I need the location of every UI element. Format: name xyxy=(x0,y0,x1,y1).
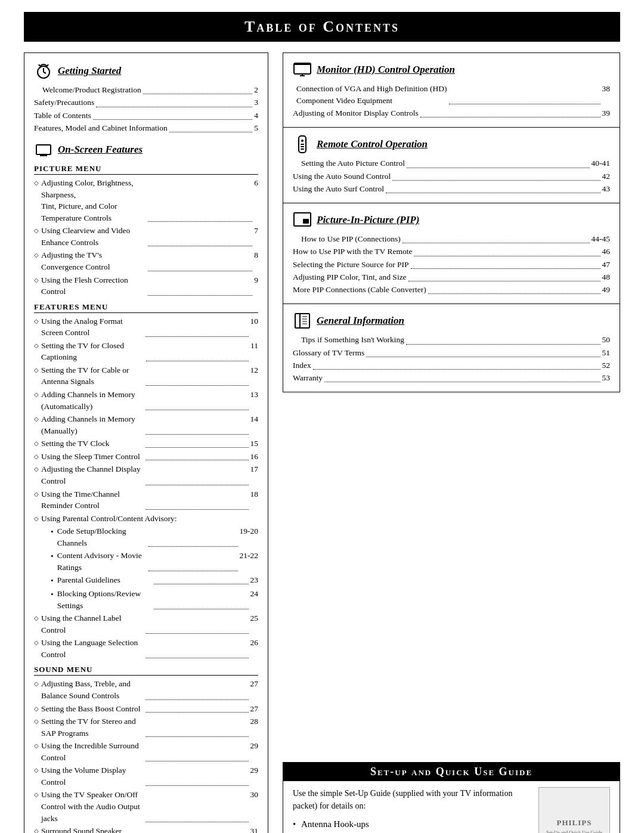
diamond-icon: ◇ xyxy=(34,439,39,448)
toc-entry: Welcome/Product Registration 2 xyxy=(34,84,258,96)
entry-text: Safety/Precautions xyxy=(34,97,94,109)
page-header: Table of Contents xyxy=(24,12,620,42)
philips-subtitle: Set-Up and Quick Use Guide xyxy=(546,830,602,833)
item-text: Using the TV Speaker On/Off Control with… xyxy=(41,789,144,824)
page-num: 39 xyxy=(602,107,611,119)
dots xyxy=(145,716,248,737)
page-num: 18 xyxy=(250,488,259,512)
dots xyxy=(145,364,248,386)
monitor-hd-title: Monitor (HD) Control Operation xyxy=(317,64,455,76)
main-content: Getting Started Welcome/Product Registra… xyxy=(24,52,620,833)
page-num: 6 xyxy=(254,177,258,224)
dots xyxy=(145,789,248,822)
list-item: ◇ Adding Channels in Memory (Manually) 1… xyxy=(34,413,258,436)
toc-entry: Index 52 xyxy=(293,360,610,371)
item-text: Adjusting the TV's Convergence Control xyxy=(41,249,146,272)
monitor-hd-title-row: Monitor (HD) Control Operation xyxy=(293,60,610,79)
pip-title-row: Picture-In-Picture (PIP) xyxy=(293,210,610,230)
list-item: ◇ Setting the TV for Closed Captioning 1… xyxy=(34,340,258,363)
toc-entry: More PIP Connections (Cable Converter) 4… xyxy=(293,284,610,296)
item-content: Setting the Bass Boost Control 27 xyxy=(41,703,258,715)
philips-logo: PHILIPS xyxy=(546,818,602,828)
item-content: Setting the TV for Cable or Antenna Sign… xyxy=(41,364,258,388)
diamond-icon: ◇ xyxy=(34,705,39,714)
page-num: 42 xyxy=(602,171,611,182)
dots xyxy=(386,183,600,193)
diamond-icon: ◇ xyxy=(34,742,39,751)
dots xyxy=(148,274,253,296)
list-item: ◇ Setting the TV for Cable or Antenna Si… xyxy=(34,364,258,388)
pip-title: Picture-In-Picture (PIP) xyxy=(317,214,419,226)
dots xyxy=(145,612,248,634)
dots xyxy=(154,574,249,584)
setup-intro: Use the simple Set-Up Guide (supplied wi… xyxy=(293,787,529,812)
left-column: Getting Started Welcome/Product Registra… xyxy=(24,52,268,833)
setup-guide-box: Set-up and Quick Use Guide Use the simpl… xyxy=(283,762,620,833)
diamond-icon: ◇ xyxy=(34,251,39,260)
list-item: ◇ Using the Flesh Correction Control 9 xyxy=(34,274,258,298)
item-content: Using the Volume Display Control 29 xyxy=(41,764,258,788)
toc-entry: Adjusting of Monitor Display Controls 39 xyxy=(293,107,610,119)
svg-rect-15 xyxy=(301,148,304,150)
list-item: ◇ Using the Language Selection Control 2… xyxy=(34,637,258,660)
list-item: ◇ Adjusting Bass, Treble, and Balance So… xyxy=(34,678,258,701)
toc-entry: Setting the Auto Picture Control 40-41 xyxy=(293,157,610,169)
page-num: 3 xyxy=(254,97,258,109)
monitor-hd-section: Monitor (HD) Control Operation Connectio… xyxy=(283,52,620,128)
list-item: ◇ Surround Sound Speaker Connections and… xyxy=(34,825,258,833)
dots xyxy=(420,107,600,117)
item-text: Using the Channel Label Control xyxy=(41,612,144,636)
page-num: 51 xyxy=(602,347,611,359)
page-num: 44-45 xyxy=(592,233,611,245)
sound-menu-label: Sound Menu xyxy=(34,665,258,676)
entry-text: Tips if Something Isn't Working xyxy=(301,334,404,346)
list-item: ◇ Adjusting the TV's Convergence Control… xyxy=(34,249,258,272)
toc-entry: How to Use PIP (Connections) 44-45 xyxy=(293,233,610,245)
page-num: 29 xyxy=(250,740,259,763)
list-item: • Blocking Options/Review Settings 24 xyxy=(34,588,258,611)
content-advisory-entry: • Content Advisory - Movie Ratings 21-22 xyxy=(34,550,258,573)
item-content: Adding Channels in Memory (Automatically… xyxy=(41,389,258,412)
page-num: 49 xyxy=(602,284,611,296)
setup-list: Antenna Hook-ups First Time Set-Up (Auto… xyxy=(293,817,529,833)
svg-rect-5 xyxy=(36,145,51,154)
page-num: 28 xyxy=(250,716,259,739)
dots xyxy=(313,360,600,370)
item-text: Code Setup/Blocking Channels xyxy=(57,525,147,549)
setup-image: PHILIPS Set-Up and Quick Use Guide Guide… xyxy=(538,787,610,833)
page-num: 25 xyxy=(250,612,259,636)
dots xyxy=(145,451,248,461)
item-row: Connection of VGA and High Definition (H… xyxy=(296,83,610,106)
list-item: • Parental Guidelines 23 xyxy=(34,574,258,587)
page-num: 4 xyxy=(254,110,258,122)
entry-text: Adjusting of Monitor Display Controls xyxy=(293,107,419,119)
item-text: Surround Sound Speaker Connections and V… xyxy=(41,825,144,833)
item-text: Adding Channels in Memory (Manually) xyxy=(41,413,144,436)
svg-rect-18 xyxy=(295,314,309,328)
item-content: Using the Sleep Timer Control 16 xyxy=(41,451,258,463)
item-text: Using the Language Selection Control xyxy=(41,637,144,660)
svg-line-3 xyxy=(39,64,40,66)
page-title: Table of Contents xyxy=(36,18,608,36)
dots xyxy=(145,463,248,485)
list-item: ◇ Setting the TV Clock 15 xyxy=(34,438,258,450)
item-text: Using the Analog Format Screen Control xyxy=(41,315,144,339)
page-num: 50 xyxy=(602,334,611,346)
dots xyxy=(407,157,590,168)
page-num: 27 xyxy=(250,703,259,715)
page-num: 9 xyxy=(254,274,258,298)
dots xyxy=(402,233,590,243)
item-text: Adjusting Bass, Treble, and Balance Soun… xyxy=(41,678,144,701)
dots xyxy=(392,171,600,181)
dots xyxy=(366,347,600,357)
entry-text: Warranty xyxy=(293,372,323,384)
page-num: 2 xyxy=(254,84,258,96)
dots xyxy=(145,764,248,786)
bullet-icon: • xyxy=(51,589,54,600)
dots xyxy=(148,550,238,571)
item-text: Setting the TV for Cable or Antenna Sign… xyxy=(41,364,144,388)
item-content: Code Setup/Blocking Channels 19-20 xyxy=(57,525,258,549)
item-text: Using the Flesh Correction Control xyxy=(41,274,146,298)
entry-text: Table of Contents xyxy=(34,110,91,122)
list-item: ◇ Setting the TV for Stereo and SAP Prog… xyxy=(34,716,258,739)
